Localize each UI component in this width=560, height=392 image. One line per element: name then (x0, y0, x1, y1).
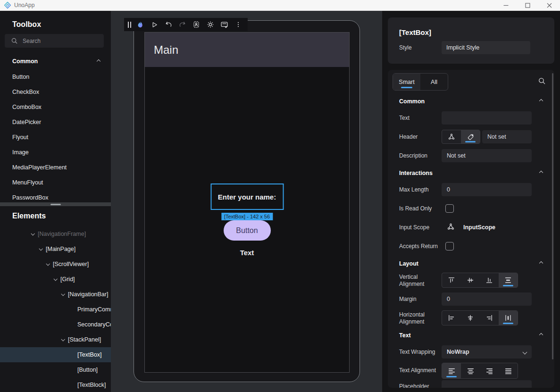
horizontal-alignment-group (442, 310, 518, 325)
header-field[interactable]: Not set (482, 130, 532, 143)
design-canvas: Main Enter your name: [TextBox] - 142 x … (111, 11, 382, 392)
section-text[interactable]: Text (399, 332, 411, 339)
chevron-up-icon[interactable] (539, 171, 543, 175)
tree-item-secondarycommands[interactable]: SecondaryCo (0, 317, 111, 332)
preview-textblock[interactable]: Text (240, 249, 254, 257)
toolbox-item-button[interactable]: Button (0, 69, 111, 84)
text-align-left-icon[interactable] (442, 363, 461, 378)
tree-item-navigationbar[interactable]: [NavigationBar] (0, 287, 111, 302)
halign-left-icon[interactable] (442, 311, 461, 325)
text-alignment-group (442, 363, 518, 379)
redo-icon[interactable] (177, 19, 188, 30)
text-wrapping-dropdown[interactable]: NoWrap (442, 345, 532, 359)
text-field[interactable] (442, 111, 532, 125)
theme-toggle-icon[interactable] (205, 19, 216, 30)
margin-field[interactable]: 0 (442, 292, 532, 306)
chevron-up-icon[interactable] (539, 99, 543, 103)
halign-right-icon[interactable] (480, 311, 499, 325)
preview-button[interactable]: Button (224, 220, 271, 241)
valign-stretch-icon[interactable] (499, 273, 518, 287)
selected-textbox[interactable]: Enter your name: (210, 183, 284, 210)
toolbox-item-mediaplayerelement[interactable]: MediaPlayerElement (0, 160, 111, 175)
properties-search-icon[interactable] (538, 77, 546, 85)
style-field[interactable]: Implicit Style (442, 41, 530, 54)
tree-item-textblock[interactable]: [TextBlock] (0, 377, 111, 392)
left-sidebar: Toolbox Search Common Button CheckBox Co… (0, 11, 111, 392)
max-length-field[interactable]: 0 (442, 183, 532, 196)
property-tabs: Smart All (393, 73, 448, 91)
chevron-up-icon[interactable] (539, 261, 543, 265)
tree-item-grid[interactable]: [Grid] (0, 272, 111, 287)
tag-icon[interactable] (461, 130, 480, 143)
horizontal-alignment-label: Horizontal Alignment (399, 311, 439, 325)
app-window: UnoApp Toolbox Search Common But (0, 0, 560, 392)
minimize-button[interactable] (495, 0, 517, 11)
chevron-up-icon[interactable] (539, 333, 543, 337)
chevron-up-icon[interactable] (97, 59, 100, 63)
is-read-only-label: Is Read Only (399, 205, 439, 212)
chevron-down-icon[interactable] (39, 247, 42, 250)
description-field[interactable]: Not set (442, 149, 532, 162)
chevron-down-icon[interactable] (53, 277, 57, 281)
splitter-grip[interactable] (50, 204, 61, 205)
tree-item-button[interactable]: [Button] (0, 362, 111, 377)
tree-item-textbox-selected[interactable]: [TextBox] (0, 347, 111, 362)
maximize-button[interactable] (517, 0, 538, 11)
tab-all[interactable]: All (420, 74, 448, 90)
text-align-center-icon[interactable] (461, 363, 480, 378)
input-scope-value[interactable]: InputScope (463, 224, 495, 231)
tree-item-primarycommands[interactable]: PrimaryComm (0, 302, 111, 317)
accepts-return-checkbox[interactable] (445, 242, 454, 250)
hot-reload-flame-icon[interactable] (135, 19, 146, 30)
more-icon[interactable] (233, 19, 244, 30)
tree-item-navigationframe[interactable]: [NavigationFrame] (0, 226, 111, 242)
active-halign-underline (503, 323, 513, 324)
toolbox-item-datepicker[interactable]: DatePicker (0, 115, 111, 130)
panel-splitter[interactable] (0, 202, 111, 206)
binding-icon[interactable] (442, 130, 461, 143)
toolbox-search-input[interactable]: Search (5, 34, 104, 48)
device-frame: Main Enter your name: [TextBox] - 142 x … (134, 20, 360, 382)
is-read-only-checkbox[interactable] (445, 204, 454, 213)
undo-icon[interactable] (163, 19, 174, 30)
selected-element-card: [TextBox] Style Implicit Style (388, 17, 554, 64)
play-icon[interactable] (149, 19, 160, 30)
description-label: Description (399, 152, 439, 159)
drag-handle-icon[interactable] (128, 22, 131, 28)
margin-label: Margin (399, 296, 439, 303)
form-factor-icon[interactable] (219, 19, 230, 30)
toolbox-item-menuflyout[interactable]: MenuFlyout (0, 175, 111, 190)
tree-item-mainpage[interactable]: [MainPage] (0, 242, 111, 257)
chevron-down-icon[interactable] (61, 292, 65, 296)
valign-center-icon[interactable] (461, 273, 480, 287)
page-title: Main (154, 43, 178, 57)
tree-item-scrollviewer[interactable]: [ScrollViewer] (0, 257, 111, 272)
close-button[interactable] (538, 0, 560, 11)
valign-bottom-icon[interactable] (480, 273, 499, 287)
section-interactions[interactable]: Interactions (399, 170, 433, 176)
chevron-down-icon[interactable] (46, 262, 50, 266)
halign-center-icon[interactable] (461, 311, 480, 325)
element-picker-icon[interactable] (191, 19, 202, 30)
toolbox-item-image[interactable]: Image (0, 145, 111, 160)
text-align-right-icon[interactable] (480, 363, 499, 378)
toolbox-item-combobox[interactable]: ComboBox (0, 100, 111, 115)
toolbox-item-flyout[interactable]: Flyout (0, 130, 111, 145)
tree-item-stackpanel[interactable]: [StackPanel] (0, 332, 111, 347)
chevron-down-icon[interactable] (61, 337, 65, 341)
vertical-alignment-label: Vertical Alignment (399, 274, 439, 288)
toolbox-item-checkbox[interactable]: CheckBox (0, 84, 111, 100)
header-mode-toggle (442, 130, 480, 144)
placeholder-field[interactable] (442, 380, 532, 388)
binding-icon[interactable] (447, 223, 454, 230)
toolbox-section-common[interactable]: Common (12, 58, 38, 65)
text-label: Text (399, 115, 439, 122)
text-align-justify-icon[interactable] (499, 363, 518, 378)
tab-smart[interactable]: Smart (393, 74, 420, 90)
inspector-scrollbar[interactable] (552, 73, 553, 359)
section-common[interactable]: Common (399, 98, 425, 105)
halign-stretch-icon[interactable] (499, 311, 518, 325)
valign-top-icon[interactable] (442, 273, 461, 287)
section-layout[interactable]: Layout (399, 260, 418, 267)
chevron-down-icon[interactable] (31, 232, 34, 235)
